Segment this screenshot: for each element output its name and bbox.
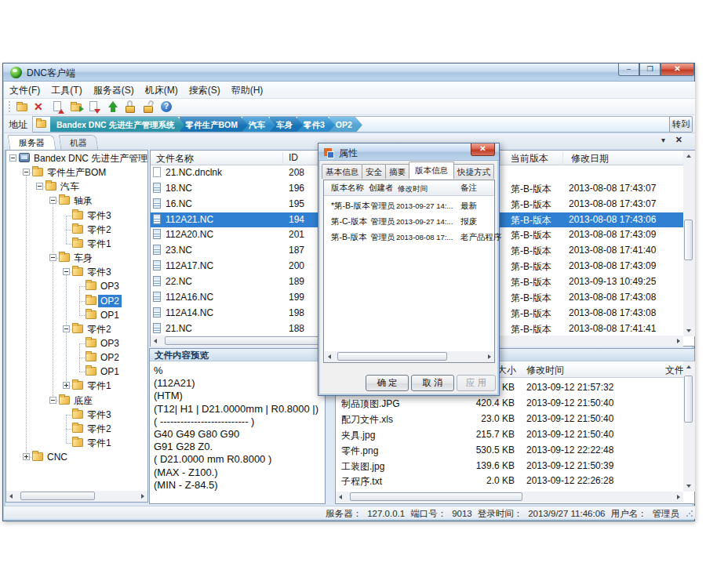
scroll-up-icon[interactable] bbox=[686, 365, 691, 368]
scroll-thumb[interactable] bbox=[350, 492, 522, 501]
breadcrumb-segment[interactable]: Bandex DNC 先进生产管理系统 bbox=[50, 117, 185, 132]
scroll-thumb[interactable] bbox=[337, 352, 447, 361]
checkin-doc-icon[interactable] bbox=[52, 100, 65, 114]
checkout-doc-icon[interactable] bbox=[88, 100, 101, 114]
column-header[interactable]: 文件名称 bbox=[156, 152, 194, 165]
related-file-row[interactable]: 夹具.jpg215.7 KB2013-09-12 21:50:40 bbox=[336, 426, 683, 442]
tree-item[interactable]: 零件生产BOM bbox=[6, 165, 147, 180]
expand-icon[interactable] bbox=[63, 382, 70, 389]
column-header[interactable]: ID bbox=[289, 152, 298, 163]
minimize-button[interactable]: – bbox=[618, 64, 639, 76]
column-header[interactable]: 文件(& bbox=[665, 364, 683, 377]
column-header[interactable]: 修改时间 bbox=[398, 184, 428, 194]
scroll-left-icon[interactable] bbox=[328, 354, 331, 359]
breadcrumb-segment[interactable]: 零件生产BOM bbox=[180, 117, 249, 132]
unlock-icon[interactable] bbox=[142, 100, 155, 114]
tree-item[interactable]: 汽车 bbox=[6, 180, 147, 194]
titlebar[interactable]: DNC客户端 bbox=[3, 64, 694, 82]
related-file-row[interactable]: 零件.png530.5 KB2013-09-12 22:22:48 bbox=[336, 442, 683, 458]
collapse-icon[interactable] bbox=[49, 197, 56, 204]
tree-item[interactable]: OP1 bbox=[6, 365, 147, 379]
panel-close-icon[interactable]: ✕ bbox=[675, 135, 682, 145]
breadcrumb-segment[interactable]: 零件3 bbox=[297, 117, 335, 132]
tree-item[interactable]: 零件3 bbox=[6, 408, 147, 422]
dialog-close-button[interactable]: ✕ bbox=[471, 143, 495, 156]
go-button[interactable]: 转到 bbox=[669, 116, 693, 132]
version-table-header[interactable]: 版本名称创建者修改时间备注 bbox=[324, 180, 494, 196]
collapse-icon[interactable] bbox=[36, 183, 43, 190]
tab-机器[interactable]: 机器 bbox=[59, 135, 99, 150]
dialog-tab-摘要[interactable]: 摘要 bbox=[385, 164, 409, 179]
scroll-thumb[interactable] bbox=[20, 492, 95, 500]
column-header[interactable]: 修改日期 bbox=[571, 152, 609, 165]
menu-item-2[interactable]: 工具(T) bbox=[45, 82, 87, 99]
column-header[interactable]: 修改时间 bbox=[526, 364, 564, 377]
column-header[interactable]: 创建者 bbox=[369, 183, 394, 194]
menu-item-6[interactable]: 帮助(H) bbox=[226, 82, 269, 99]
column-header[interactable]: 当前版本 bbox=[511, 152, 548, 165]
related-file-row[interactable]: 子程序.txt2.0 KB2013-09-12 22:26:28 bbox=[336, 473, 683, 488]
menu-item-1[interactable]: 文件(F) bbox=[4, 82, 45, 99]
scroll-right-icon[interactable] bbox=[677, 495, 680, 499]
expand-icon[interactable] bbox=[23, 453, 30, 460]
tree-item[interactable]: 轴承 bbox=[6, 194, 147, 208]
scroll-right-icon[interactable] bbox=[488, 354, 491, 359]
menu-item-5[interactable]: 搜索(S) bbox=[184, 82, 226, 99]
scroll-down-icon[interactable] bbox=[686, 329, 691, 332]
close-button[interactable]: ✕ bbox=[661, 64, 694, 76]
tree-item[interactable]: CNC bbox=[6, 450, 147, 464]
menu-item-3[interactable]: 服务器(S) bbox=[88, 82, 140, 99]
maximize-button[interactable]: ❒ bbox=[639, 64, 661, 76]
tree-hscrollbar[interactable] bbox=[6, 491, 147, 502]
column-header[interactable]: 备注 bbox=[460, 183, 477, 194]
scroll-left-icon[interactable] bbox=[154, 339, 157, 343]
dialog-hscrollbar[interactable] bbox=[325, 351, 494, 362]
tree-item[interactable]: 零件1 bbox=[6, 379, 147, 393]
related-vscrollbar[interactable] bbox=[683, 361, 695, 492]
tree-item[interactable]: 零件1 bbox=[6, 436, 147, 450]
upload-icon[interactable] bbox=[106, 100, 119, 114]
ok-button[interactable]: 确 定 bbox=[366, 375, 409, 391]
collapse-icon[interactable] bbox=[23, 169, 30, 176]
tree-item[interactable]: 底座 bbox=[6, 394, 147, 408]
scroll-down-icon[interactable] bbox=[686, 485, 691, 488]
tree-item[interactable]: 零件3 bbox=[6, 209, 147, 223]
tree-item[interactable]: 零件2 bbox=[6, 322, 147, 336]
version-row[interactable]: 第-C-版本管理员2013-09-27 14:...报废 bbox=[324, 213, 494, 229]
dialog-tab-快捷方式[interactable]: 快捷方式 bbox=[453, 164, 494, 179]
dialog-tab-安全[interactable]: 安全 bbox=[362, 164, 386, 179]
tree-item[interactable]: 零件1 bbox=[6, 237, 147, 251]
version-row[interactable]: 第-B-版本管理员2013-08-08 17:...老产品程序 bbox=[324, 229, 494, 245]
column-header[interactable]: 大小 bbox=[497, 364, 516, 377]
resize-grip[interactable] bbox=[686, 510, 693, 517]
tree-item[interactable]: OP3 bbox=[6, 336, 147, 350]
dialog-tab-版本信息[interactable]: 版本信息 bbox=[409, 162, 454, 179]
collapse-icon[interactable] bbox=[63, 325, 70, 332]
collapse-icon[interactable] bbox=[9, 154, 16, 162]
scroll-right-icon[interactable] bbox=[141, 494, 144, 499]
scroll-thumb[interactable] bbox=[684, 376, 693, 423]
tree-item[interactable]: OP1 bbox=[6, 308, 147, 322]
collapse-icon[interactable] bbox=[63, 268, 70, 275]
scroll-left-icon[interactable] bbox=[9, 494, 13, 499]
dialog-tab-基本信息[interactable]: 基本信息 bbox=[322, 164, 362, 179]
send-folder-icon[interactable] bbox=[70, 100, 83, 114]
filelist-vscrollbar[interactable] bbox=[683, 151, 695, 336]
chevron-down-icon[interactable]: ▾ bbox=[661, 136, 665, 144]
cancel-button[interactable]: 取 消 bbox=[411, 375, 454, 391]
version-row[interactable]: *第-B-版本管理员2013-09-27 14:...最新 bbox=[324, 198, 494, 213]
tree-item[interactable]: 零件3 bbox=[6, 265, 147, 279]
tree-item[interactable]: 零件2 bbox=[6, 223, 147, 237]
collapse-icon[interactable] bbox=[49, 254, 56, 261]
tree-item[interactable]: OP2 bbox=[6, 350, 147, 365]
tree-item[interactable]: 车身 bbox=[6, 251, 147, 265]
related-file-row[interactable]: 制品顶图.JPG420.4 KB2013-09-12 21:50:40 bbox=[336, 395, 683, 411]
tree-item[interactable]: OP2 bbox=[6, 294, 147, 308]
tree-item[interactable]: Bandex DNC 先进生产管理系统 bbox=[6, 151, 147, 165]
tree-item[interactable]: OP3 bbox=[6, 279, 147, 293]
scroll-up-icon[interactable] bbox=[686, 154, 691, 158]
column-header[interactable]: 版本名称 bbox=[331, 183, 364, 194]
tree-item[interactable]: 零件2 bbox=[6, 422, 147, 436]
delete-icon[interactable]: ✕ bbox=[34, 100, 47, 114]
related-hscrollbar[interactable] bbox=[336, 492, 683, 503]
